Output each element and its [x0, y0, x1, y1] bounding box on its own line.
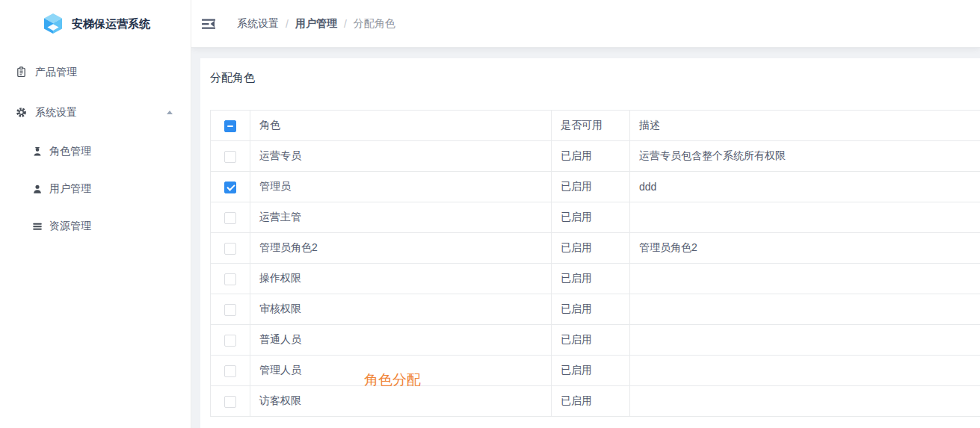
row-checkbox-cell	[211, 233, 250, 264]
sidebar-item-label: 资源管理	[49, 220, 91, 233]
clipboard-icon	[15, 66, 27, 78]
column-header-enabled: 是否可用	[552, 111, 630, 141]
sidebar-item-label: 产品管理	[35, 66, 77, 79]
page-title: 分配角色	[210, 70, 980, 85]
row-checkbox-cell	[211, 172, 250, 202]
description-cell	[630, 294, 980, 325]
cube-logo-icon	[43, 13, 64, 35]
table-row: 运营专员 已启用 运营专员包含整个系统所有权限	[211, 141, 980, 172]
enabled-status-cell: 已启用	[552, 141, 630, 172]
breadcrumb-separator: /	[344, 18, 347, 30]
row-checkbox-cell	[211, 356, 250, 386]
description-cell	[630, 202, 980, 233]
breadcrumb: 系统设置 / 用户管理 / 分配角色	[237, 17, 395, 31]
table-row: 管理人员 已启用	[211, 356, 980, 386]
row-checkbox[interactable]	[224, 273, 236, 285]
enabled-status-cell: 已启用	[552, 264, 630, 294]
list-icon	[32, 221, 43, 232]
column-header-desc: 描述	[630, 111, 980, 141]
enabled-status-cell: 已启用	[552, 202, 630, 233]
row-checkbox[interactable]	[224, 396, 236, 408]
role-name-cell: 审核权限	[250, 294, 552, 325]
role-name-cell: 运营主管	[250, 202, 552, 233]
sidebar-item-role-mgmt[interactable]: 角色管理	[0, 133, 191, 170]
role-table: 角色 是否可用 描述 运营专员 已启用 运营专员包含整个系统所有权限 管理员 已…	[210, 110, 980, 417]
row-checkbox[interactable]	[224, 365, 236, 377]
table-row: 管理员角色2 已启用 管理员角色2	[211, 233, 980, 264]
role-name-cell: 操作权限	[250, 264, 552, 294]
table-row: 审核权限 已启用	[211, 294, 980, 325]
row-checkbox[interactable]	[224, 212, 236, 224]
role-assign-drag-label: 角色分配	[364, 370, 421, 390]
breadcrumb-item-user[interactable]: 用户管理	[295, 17, 337, 31]
table-row: 访客权限 已启用	[211, 386, 980, 417]
sidebar: 安梯保运营系统 产品管理	[0, 0, 191, 428]
sidebar-item-product[interactable]: 产品管理	[0, 52, 191, 92]
role-name-cell: 管理员	[250, 172, 552, 202]
sidebar-item-label: 系统设置	[35, 106, 77, 120]
description-cell: 运营专员包含整个系统所有权限	[630, 141, 980, 172]
table-row: 普通人员 已启用	[211, 325, 980, 356]
table-header-row: 角色 是否可用 描述	[211, 111, 980, 141]
description-cell: ddd	[630, 172, 980, 202]
row-checkbox-cell	[211, 294, 250, 325]
row-checkbox-cell	[211, 264, 250, 294]
column-header-role: 角色	[250, 111, 552, 141]
enabled-status-cell: 已启用	[552, 386, 630, 417]
description-cell	[630, 386, 980, 417]
gear-icon	[15, 107, 27, 119]
row-checkbox[interactable]	[224, 151, 236, 163]
table-row: 操作权限 已启用	[211, 264, 980, 294]
row-checkbox-cell	[211, 386, 250, 417]
description-cell	[630, 356, 980, 386]
sidebar-item-label: 角色管理	[49, 145, 91, 158]
caret-up-icon	[167, 111, 173, 114]
breadcrumb-separator: /	[286, 18, 289, 30]
app-root: 系统设置 / 用户管理 / 分配角色 安梯保运营系统	[0, 0, 980, 428]
enabled-status-cell: 已启用	[552, 294, 630, 325]
description-cell	[630, 325, 980, 356]
role-user-icon	[32, 146, 43, 157]
row-checkbox[interactable]	[224, 243, 236, 255]
user-icon	[32, 184, 43, 194]
select-all-checkbox[interactable]	[224, 120, 236, 132]
sidebar-submenu-system: 角色管理 用户管理	[0, 133, 191, 245]
sidebar-item-system[interactable]: 系统设置	[0, 92, 191, 133]
sidebar-item-label: 用户管理	[49, 182, 91, 196]
breadcrumb-item-system: 系统设置	[237, 17, 279, 31]
content-card: 分配角色 角色 是否可用 描述 运营专员 已启用 运营专员包含整个系统所有权限	[200, 58, 980, 428]
role-table-body: 运营专员 已启用 运营专员包含整个系统所有权限 管理员 已启用 ddd 运营主管…	[211, 141, 980, 417]
row-checkbox[interactable]	[224, 182, 236, 193]
app-title: 安梯保运营系统	[72, 17, 150, 31]
enabled-status-cell: 已启用	[552, 172, 630, 202]
row-checkbox-cell	[211, 325, 250, 356]
sidebar-item-user-mgmt[interactable]: 用户管理	[0, 170, 191, 208]
row-checkbox[interactable]	[224, 304, 236, 316]
role-name-cell: 管理员角色2	[250, 233, 552, 264]
enabled-status-cell: 已启用	[552, 325, 630, 356]
role-name-cell: 访客权限	[250, 386, 552, 417]
description-cell	[630, 264, 980, 294]
role-name-cell: 普通人员	[250, 325, 552, 356]
enabled-status-cell: 已启用	[552, 233, 630, 264]
top-navbar: 系统设置 / 用户管理 / 分配角色	[191, 0, 980, 48]
row-checkbox-cell	[211, 141, 250, 172]
sidebar-item-resource-mgmt[interactable]: 资源管理	[0, 208, 191, 245]
enabled-status-cell: 已启用	[552, 356, 630, 386]
breadcrumb-item-assign-role: 分配角色	[354, 17, 395, 31]
sidebar-collapse-icon[interactable]	[202, 18, 217, 30]
logo-link[interactable]: 安梯保运营系统	[0, 0, 191, 48]
sidebar-menu: 产品管理 系统设置	[0, 48, 191, 245]
table-row: 运营主管 已启用	[211, 202, 980, 233]
row-checkbox-cell	[211, 202, 250, 233]
description-cell: 管理员角色2	[630, 233, 980, 264]
select-all-cell	[211, 111, 250, 141]
table-row: 管理员 已启用 ddd	[211, 172, 980, 202]
role-name-cell: 运营专员	[250, 141, 552, 172]
row-checkbox[interactable]	[224, 335, 236, 347]
